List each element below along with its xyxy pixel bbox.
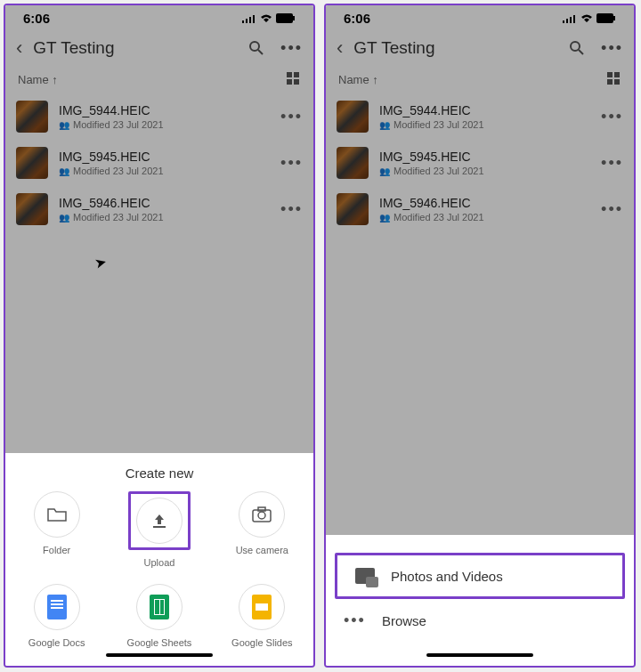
svg-rect-9 xyxy=(294,72,299,77)
svg-rect-25 xyxy=(607,79,613,85)
file-thumbnail xyxy=(337,147,369,179)
option-folder[interactable]: Folder xyxy=(5,491,108,568)
docs-icon xyxy=(47,595,67,619)
sort-row: Name ↑ xyxy=(326,69,634,93)
svg-rect-0 xyxy=(242,20,244,23)
svg-rect-15 xyxy=(563,20,564,23)
folder-title: GT Testing xyxy=(353,38,558,58)
browse-icon: ••• xyxy=(344,611,366,630)
svg-rect-2 xyxy=(249,17,251,23)
file-name: IMG_5944.HEIC xyxy=(59,103,270,117)
file-row[interactable]: IMG_5946.HEIC 👥Modified 23 Jul 2021 ••• xyxy=(326,186,634,232)
file-more-icon[interactable]: ••• xyxy=(601,108,623,126)
search-icon[interactable] xyxy=(569,40,585,56)
option-slides[interactable]: Google Slides xyxy=(211,584,313,648)
svg-point-13 xyxy=(258,512,265,519)
dimmed-content-area: 6:06 ‹ GT Testing ••• Name ↑ IMG xyxy=(5,5,313,453)
create-new-sheet: Create new Folder Upload Use camera Goog… xyxy=(5,453,313,666)
file-name: IMG_5945.HEIC xyxy=(59,150,270,164)
sheets-icon xyxy=(150,595,169,619)
battery-icon xyxy=(596,13,616,23)
file-row[interactable]: IMG_5944.HEIC 👥Modified 23 Jul 2021 ••• xyxy=(5,93,313,140)
file-thumbnail xyxy=(337,101,369,133)
file-row[interactable]: IMG_5944.HEIC 👥Modified 23 Jul 2021 ••• xyxy=(326,93,634,140)
file-thumbnail xyxy=(16,147,48,179)
dimmed-content-area: 6:06 ‹ GT Testing ••• Name ↑ IMG xyxy=(326,5,634,535)
camera-icon xyxy=(252,506,272,522)
file-more-icon[interactable]: ••• xyxy=(280,154,303,173)
upload-source-sheet: Photos and Videos ••• Browse xyxy=(326,535,634,666)
svg-rect-11 xyxy=(294,79,299,85)
photos-videos-icon xyxy=(355,568,375,584)
slides-icon xyxy=(252,595,272,619)
folder-header: ‹ GT Testing ••• xyxy=(326,28,634,69)
file-name: IMG_5946.HEIC xyxy=(379,196,590,210)
status-time: 6:06 xyxy=(23,11,50,26)
svg-rect-26 xyxy=(614,79,620,85)
option-browse[interactable]: ••• Browse xyxy=(326,599,634,643)
view-toggle-icon[interactable] xyxy=(287,72,301,86)
option-camera[interactable]: Use camera xyxy=(211,491,313,568)
file-row[interactable]: IMG_5946.HEIC 👥Modified 23 Jul 2021 ••• xyxy=(5,186,313,232)
svg-rect-5 xyxy=(293,16,295,20)
wifi-icon xyxy=(580,14,593,23)
svg-point-6 xyxy=(250,42,259,51)
svg-rect-20 xyxy=(613,16,615,20)
upload-icon xyxy=(150,512,168,530)
file-thumbnail xyxy=(337,193,369,225)
option-sheets[interactable]: Google Sheets xyxy=(108,584,210,648)
battery-icon xyxy=(276,13,296,23)
svg-rect-10 xyxy=(287,79,292,85)
back-icon[interactable]: ‹ xyxy=(337,36,343,60)
wifi-icon xyxy=(260,14,272,23)
sort-label[interactable]: Name ↑ xyxy=(18,73,58,86)
signal-icon xyxy=(563,14,577,23)
svg-rect-8 xyxy=(287,72,292,77)
status-time: 6:06 xyxy=(344,11,370,26)
option-upload[interactable]: Upload xyxy=(108,491,210,568)
cursor-icon: ➤ xyxy=(93,254,108,273)
file-more-icon[interactable]: ••• xyxy=(280,108,303,126)
file-more-icon[interactable]: ••• xyxy=(601,200,623,219)
svg-rect-24 xyxy=(614,72,620,77)
home-indicator[interactable] xyxy=(106,653,213,657)
more-icon[interactable]: ••• xyxy=(601,39,623,58)
folder-title: GT Testing xyxy=(33,38,238,58)
file-name: IMG_5944.HEIC xyxy=(379,103,590,117)
svg-line-7 xyxy=(258,50,263,54)
file-row[interactable]: IMG_5945.HEIC 👥Modified 23 Jul 2021 ••• xyxy=(5,140,313,186)
shared-icon: 👥 xyxy=(59,166,69,176)
more-icon[interactable]: ••• xyxy=(280,39,303,58)
shared-icon: 👥 xyxy=(379,213,390,223)
svg-rect-4 xyxy=(276,13,293,23)
file-name: IMG_5946.HEIC xyxy=(59,196,270,210)
file-name: IMG_5945.HEIC xyxy=(379,150,590,164)
option-photos-videos[interactable]: Photos and Videos xyxy=(335,553,625,599)
sort-row: Name ↑ xyxy=(5,69,313,93)
status-icons xyxy=(563,13,616,23)
file-row[interactable]: IMG_5945.HEIC 👥Modified 23 Jul 2021 ••• xyxy=(326,140,634,186)
view-toggle-icon[interactable] xyxy=(607,72,621,86)
sort-label[interactable]: Name ↑ xyxy=(338,73,378,86)
option-docs[interactable]: Google Docs xyxy=(5,584,108,648)
sheet-title: Create new xyxy=(5,466,313,481)
shared-icon: 👥 xyxy=(379,166,390,176)
home-indicator[interactable] xyxy=(426,653,533,657)
folder-header: ‹ GT Testing ••• xyxy=(5,28,313,69)
shared-icon: 👥 xyxy=(59,120,69,130)
status-icons xyxy=(242,13,296,23)
shared-icon: 👥 xyxy=(59,213,69,223)
status-bar: 6:06 xyxy=(326,5,634,28)
search-icon[interactable] xyxy=(248,40,264,56)
phone-right: 6:06 ‹ GT Testing ••• Name ↑ IMG xyxy=(324,4,636,668)
back-icon[interactable]: ‹ xyxy=(16,36,22,60)
file-thumbnail xyxy=(16,101,48,133)
svg-line-22 xyxy=(579,50,583,54)
svg-rect-23 xyxy=(607,72,613,77)
file-more-icon[interactable]: ••• xyxy=(601,154,623,173)
folder-icon xyxy=(47,506,67,522)
file-more-icon[interactable]: ••• xyxy=(280,200,303,219)
svg-rect-1 xyxy=(246,19,247,23)
svg-rect-19 xyxy=(596,13,613,23)
file-thumbnail xyxy=(16,193,48,225)
